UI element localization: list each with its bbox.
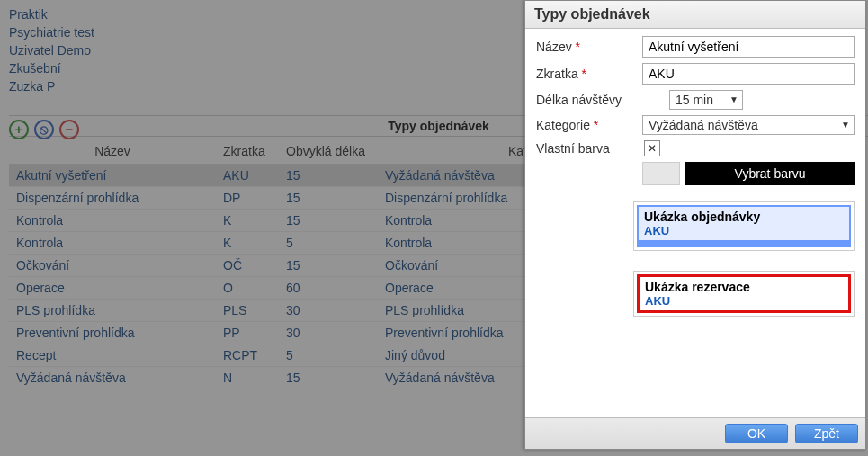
kategorie-select[interactable]: Vyžádaná návštěva: [642, 115, 855, 135]
ok-button[interactable]: OK: [725, 424, 788, 443]
color-swatch: [642, 162, 680, 185]
preview-title: Ukázka objednávky: [644, 210, 844, 224]
nazev-input[interactable]: [642, 36, 855, 58]
label-barva: Vlastní barva: [536, 141, 642, 156]
zkratka-input[interactable]: [642, 63, 855, 85]
dialog-footer: OK Zpět: [525, 417, 865, 449]
edit-dialog: Typy objednávek Název * Zkratka * Délka …: [524, 0, 866, 450]
preview-title: Ukázka rezervace: [645, 280, 843, 294]
preview-reservation: Ukázka rezervace AKU: [633, 271, 855, 317]
label-zkratka: Zkratka *: [536, 67, 642, 81]
preview-subtitle: AKU: [644, 224, 844, 237]
label-nazev: Název *: [536, 40, 642, 54]
dialog-title: Typy objednávek: [525, 1, 865, 29]
preview-subtitle: AKU: [645, 294, 843, 308]
preview-booking: Ukázka objednávky AKU: [633, 201, 855, 251]
delka-select[interactable]: 15 min: [669, 90, 743, 110]
clear-color-icon[interactable]: ✕: [644, 140, 660, 156]
label-delka: Délka návštěvy: [536, 93, 642, 107]
back-button[interactable]: Zpět: [795, 424, 858, 443]
choose-color-button[interactable]: Vybrat barvu: [685, 162, 855, 185]
label-kategorie: Kategorie *: [536, 118, 642, 132]
